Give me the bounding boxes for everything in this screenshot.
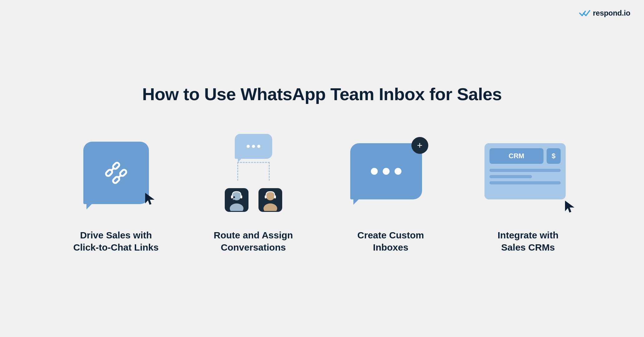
dashed-line-right [269, 162, 270, 181]
agent-person-left [227, 189, 246, 211]
crm-line-2 [489, 175, 532, 178]
card-label-click-to-chat: Drive Sales withClick-to-Chat Links [73, 229, 159, 253]
cursor-icon-crm [564, 200, 575, 215]
svg-line-5 [118, 175, 120, 177]
route-diagram [216, 134, 291, 212]
svg-rect-9 [231, 195, 233, 198]
crm-top-row: CRM $ [489, 148, 561, 164]
crm-line-3 [489, 181, 561, 184]
svg-point-11 [266, 192, 275, 200]
inbox-diagram: + [350, 134, 431, 212]
dot-2 [252, 145, 255, 148]
dashed-line-horizontal [237, 162, 270, 163]
svg-point-12 [263, 203, 277, 211]
large-dot-2 [383, 168, 390, 175]
svg-point-7 [230, 203, 243, 211]
large-dot-3 [395, 168, 401, 175]
svg-rect-10 [240, 195, 242, 198]
agent-avatar-left [225, 188, 248, 212]
cursor-shape-crm [564, 200, 575, 214]
svg-rect-14 [274, 195, 276, 198]
card-label-custom-inboxes: Create CustomInboxes [357, 229, 424, 253]
svg-rect-13 [265, 195, 267, 198]
card-label-sales-crm: Integrate withSales CRMs [498, 229, 558, 253]
logo-icon [579, 9, 590, 17]
card-route-assign: Route and AssignConversations [194, 129, 313, 253]
card-custom-inboxes: + Create CustomInboxes [332, 129, 450, 253]
dashed-line-left [237, 162, 238, 181]
agent-person-right [261, 189, 280, 211]
cards-container: Drive Sales withClick-to-Chat Links [57, 129, 587, 253]
dot-1 [247, 145, 250, 148]
logo: respond.io [579, 9, 630, 17]
illustration-custom-inboxes: + [344, 129, 438, 217]
chat-bubble-link [83, 142, 149, 204]
crm-dollar: $ [547, 148, 560, 164]
dot-3 [257, 145, 260, 148]
illustration-click-to-chat [69, 129, 163, 217]
svg-point-8 [233, 196, 235, 198]
card-sales-crm: CRM $ Integrate withSales CRMs [469, 129, 587, 253]
card-label-route-assign: Route and AssignConversations [214, 229, 293, 253]
chat-bubble-large [350, 143, 422, 199]
large-dot-1 [371, 168, 378, 175]
crm-diagram: CRM $ [484, 134, 572, 212]
logo-text: respond.io [593, 9, 630, 17]
crm-card: CRM $ [484, 143, 566, 199]
agent-avatar-right [258, 188, 282, 212]
card-click-to-chat: Drive Sales withClick-to-Chat Links [57, 129, 175, 253]
svg-line-2 [111, 168, 114, 170]
main-title: How to Use WhatsApp Team Inbox for Sales [142, 84, 502, 104]
link-icon [102, 159, 130, 187]
cursor-icon [144, 192, 155, 207]
crm-line-1 [489, 169, 561, 172]
chat-bubble-top [235, 134, 272, 159]
plus-badge: + [411, 137, 428, 154]
crm-label: CRM [489, 148, 544, 164]
illustration-route-assign [207, 129, 300, 217]
illustration-sales-crm: CRM $ [481, 129, 575, 217]
